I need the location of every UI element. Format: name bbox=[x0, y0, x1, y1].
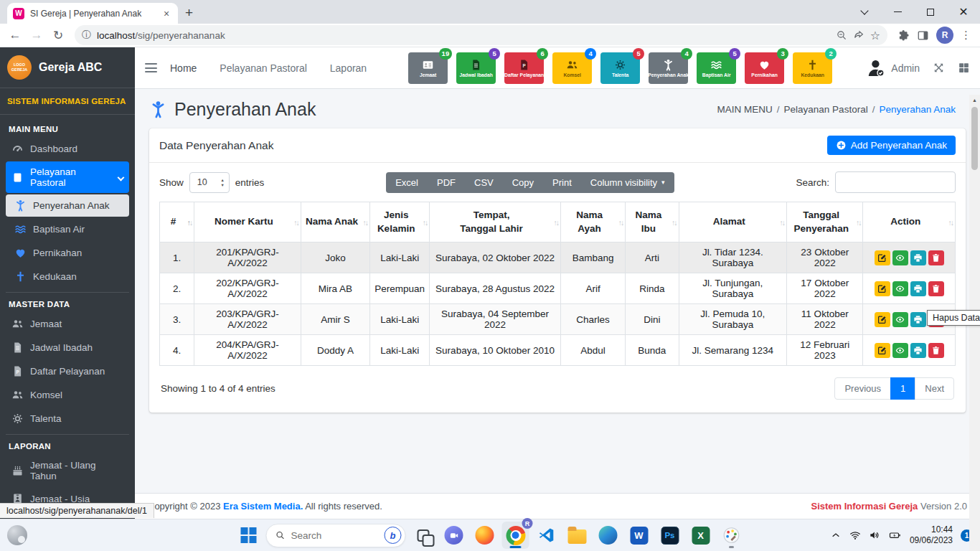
print-button[interactable] bbox=[910, 250, 926, 265]
grid-menu-icon[interactable] bbox=[958, 62, 970, 74]
fullscreen-icon[interactable] bbox=[933, 62, 945, 74]
nav-link-pelayanan-pastoral[interactable]: Pelayanan Pastoral bbox=[220, 62, 306, 74]
chrome-app-icon[interactable]: R bbox=[502, 522, 529, 549]
edit-button[interactable] bbox=[875, 281, 890, 296]
window-close-button[interactable]: ✕ bbox=[947, 0, 980, 24]
search-input[interactable] bbox=[835, 171, 956, 193]
word-app-icon[interactable]: W bbox=[626, 522, 653, 549]
bookmark-star-icon[interactable]: ☆ bbox=[870, 29, 880, 42]
share-icon[interactable] bbox=[853, 29, 864, 41]
add-penyerahan-anak-button[interactable]: Add Penyerahan Anak bbox=[827, 136, 956, 155]
col-header-nama-anak[interactable]: Nama Anak↑↓ bbox=[301, 202, 369, 242]
sidebar-item-dashboard[interactable]: Dashboard bbox=[6, 138, 129, 160]
view-button[interactable] bbox=[892, 250, 908, 265]
export-copy-button[interactable]: Copy bbox=[503, 172, 543, 193]
window-minimize-button[interactable] bbox=[881, 0, 914, 24]
export-print-button[interactable]: Print bbox=[543, 172, 581, 193]
edit-button[interactable] bbox=[875, 250, 890, 265]
photoshop-app-icon[interactable]: Ps bbox=[656, 522, 684, 549]
tile-talenta[interactable]: 5 Talenta bbox=[600, 52, 640, 84]
browser-menu-icon[interactable]: ⋮ bbox=[961, 29, 971, 42]
col-header-action[interactable]: Action↑↓ bbox=[863, 202, 956, 242]
tile-daftar-pelayanan[interactable]: 6 Daftar Pelayanan bbox=[504, 52, 544, 84]
firefox-app-icon[interactable] bbox=[471, 522, 499, 549]
tile-penyerahan-anak[interactable]: 4 Penyerahan Anak bbox=[649, 52, 688, 84]
browser-tab[interactable]: W SI Gereja | Penyerahan Anak × bbox=[7, 3, 178, 24]
page-1-button[interactable]: 1 bbox=[890, 377, 915, 400]
widgets-icon[interactable] bbox=[7, 525, 27, 545]
clock[interactable]: 10:44 09/06/2023 bbox=[910, 524, 953, 546]
side-panel-icon[interactable] bbox=[917, 29, 929, 42]
taskbar-search[interactable]: b bbox=[266, 524, 406, 547]
new-tab-button[interactable]: + bbox=[185, 5, 193, 21]
start-button[interactable] bbox=[235, 522, 263, 549]
wifi-icon[interactable] bbox=[849, 529, 861, 541]
excel-app-icon[interactable]: X bbox=[687, 522, 715, 549]
column-visibility-button[interactable]: Column visibility▾ bbox=[581, 172, 674, 193]
previous-page-button[interactable]: Previous bbox=[834, 377, 891, 400]
sidebar-item-penyerahan-anak[interactable]: Penyerahan Anak bbox=[6, 194, 129, 217]
zoom-icon[interactable] bbox=[836, 29, 847, 41]
delete-button[interactable] bbox=[928, 281, 944, 296]
forward-button[interactable]: → bbox=[27, 26, 46, 44]
sidebar-item-komsel[interactable]: Komsel bbox=[6, 384, 129, 406]
tile-kedukaan[interactable]: 2 Kedukaan bbox=[793, 52, 832, 84]
task-view-button[interactable] bbox=[410, 522, 437, 549]
sidebar-item-talenta[interactable]: Talenta bbox=[6, 408, 129, 430]
browser-profile-avatar[interactable]: R bbox=[936, 27, 953, 44]
footer-brand-link[interactable]: Era Sistem Media. bbox=[223, 501, 303, 512]
page-length-select[interactable]: 10 ▴▾ bbox=[189, 172, 230, 193]
tile-komsel[interactable]: 4 Komsel bbox=[552, 52, 592, 84]
edit-button[interactable] bbox=[875, 312, 890, 327]
tile-jadwal-ibadah[interactable]: 5 Jadwal Ibadah bbox=[456, 52, 496, 84]
paint-app-icon[interactable] bbox=[718, 522, 745, 549]
nav-link-home[interactable]: Home bbox=[170, 62, 197, 74]
extensions-puzzle-icon[interactable] bbox=[897, 29, 910, 42]
reload-button[interactable]: ↻ bbox=[49, 26, 67, 44]
sidebar-item-baptisan-air[interactable]: Baptisan Air bbox=[6, 218, 129, 240]
tile-baptisan-air[interactable]: 5 Baptisan Air bbox=[697, 52, 736, 84]
delete-button[interactable] bbox=[928, 343, 944, 358]
delete-button[interactable] bbox=[928, 250, 944, 265]
col-header-no[interactable]: #↑↓ bbox=[160, 202, 194, 242]
vscode-app-icon[interactable] bbox=[533, 522, 560, 549]
sidebar-brand[interactable]: LOGO GEREJA Gereja ABC bbox=[0, 47, 135, 88]
export-pdf-button[interactable]: PDF bbox=[428, 172, 465, 193]
battery-icon[interactable] bbox=[888, 529, 902, 541]
export-excel-button[interactable]: Excel bbox=[386, 172, 428, 193]
export-csv-button[interactable]: CSV bbox=[465, 172, 503, 193]
sidebar-item-pelayanan-pastoral[interactable]: Pelayanan Pastoral bbox=[6, 161, 129, 193]
tab-close-icon[interactable]: × bbox=[161, 8, 172, 19]
col-header-nama-ibu[interactable]: Nama Ibu↑↓ bbox=[626, 202, 679, 242]
tray-chevron-up-icon[interactable] bbox=[830, 529, 842, 541]
user-menu[interactable]: Admin bbox=[866, 58, 920, 78]
next-page-button[interactable]: Next bbox=[915, 377, 954, 400]
chat-app-icon[interactable] bbox=[440, 522, 468, 549]
menu-toggle-button[interactable] bbox=[145, 63, 157, 72]
sidebar-item-jadwal-ibadah[interactable]: Jadwal Ibadah bbox=[6, 336, 129, 359]
breadcrumb-item[interactable]: Pelayanan Pastoral bbox=[777, 104, 868, 115]
print-button[interactable] bbox=[910, 312, 926, 327]
col-header-nomer-kartu[interactable]: Nomer Kartu↑↓ bbox=[194, 202, 301, 242]
volume-icon[interactable] bbox=[869, 529, 880, 541]
site-info-icon[interactable]: ⓘ bbox=[82, 29, 91, 42]
address-bar[interactable]: ⓘ localhost/sig/penyerahananak ☆ bbox=[75, 25, 887, 45]
file-explorer-icon[interactable] bbox=[564, 522, 591, 549]
scroll-up-icon[interactable]: ▲ bbox=[969, 95, 980, 105]
col-header-ttl[interactable]: Tempat, Tanggal Lahir↑↓ bbox=[430, 202, 561, 242]
scrollbar-thumb[interactable] bbox=[971, 107, 978, 170]
taskbar-search-input[interactable] bbox=[291, 530, 379, 541]
sidebar-item-daftar-pelayanan[interactable]: Daftar Pelayanan bbox=[6, 360, 129, 382]
view-button[interactable] bbox=[892, 281, 908, 296]
tile-jemaat[interactable]: 19 Jemaat bbox=[408, 52, 448, 84]
back-button[interactable]: ← bbox=[6, 26, 24, 44]
print-button[interactable] bbox=[910, 281, 926, 296]
sidebar-item-jemaat[interactable]: Jemaat bbox=[6, 313, 129, 335]
edge-app-icon[interactable] bbox=[595, 522, 622, 549]
col-header-nama-ayah[interactable]: Nama Ayah↑↓ bbox=[560, 202, 625, 242]
sidebar-item-kedukaan[interactable]: Kedukaan bbox=[6, 265, 129, 288]
col-header-jenis-kelamin[interactable]: Jenis Kelamin↑↓ bbox=[370, 202, 430, 242]
window-maximize-button[interactable] bbox=[914, 0, 947, 24]
col-header-tanggal-penyerahan[interactable]: Tanggal Penyerahan↑↓ bbox=[787, 202, 863, 242]
print-button[interactable] bbox=[910, 343, 926, 358]
